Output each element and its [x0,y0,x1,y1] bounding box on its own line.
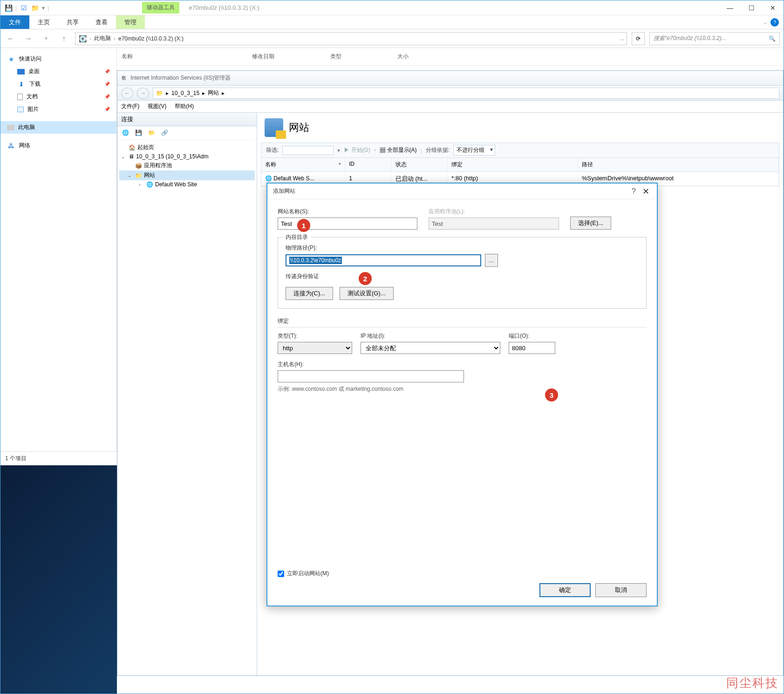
folder-icon[interactable]: 📁 [146,128,157,137]
col-path[interactable]: 路径 [578,158,779,172]
help-icon[interactable]: ? [770,18,779,27]
col-id[interactable]: ID [345,158,392,172]
nav-recent-icon[interactable]: ▼ [40,32,53,45]
start-button[interactable]: ▶ 开始(G) [344,146,370,154]
port-label: 端口(O): [509,332,555,340]
globe-icon[interactable]: 🌐 [120,128,130,137]
iis-path-server[interactable]: 10_0_3_15 [171,90,199,96]
nav-forward-button[interactable]: → [22,32,35,45]
breadcrumb-current[interactable]: e70mbu0z (\\10.0.3.2) (X:) [118,35,184,42]
network-icon: 🖧 [7,142,15,150]
filter-dropdown-icon[interactable]: ▾ [337,147,340,154]
ok-button[interactable]: 确定 [539,583,591,597]
nav-back-button[interactable]: ← [4,32,17,45]
save-icon[interactable]: 💾 [133,128,143,137]
explorer-window: 💾 | ☑ 📁 ▾ | 驱动器工具 e70mbu0z (\\10.0.3.2) … [0,0,784,694]
select-pool-button[interactable]: 选择(E)... [570,217,611,230]
filter-label: 筛选: [266,146,279,154]
col-status[interactable]: 状态 [392,158,448,172]
type-select[interactable]: http [278,342,352,354]
sidebar-item-label: 图片 [27,105,39,113]
refresh-button[interactable]: ⟳ [632,32,645,45]
tab-share[interactable]: 共享 [58,15,87,29]
tab-view[interactable]: 查看 [87,15,116,29]
maximize-button[interactable]: ☐ [741,1,762,15]
port-input[interactable] [509,342,555,354]
address-bar: ← → ▼ ↑ 💽 › 此电脑 › e70mbu0z (\\10.0.3.2) … [0,29,784,48]
folder-icon: 📁 [156,90,163,96]
nav-up-button[interactable]: ↑ [57,32,70,45]
tree-sites[interactable]: ⌄ 📁 网站 [119,170,255,180]
ribbon-expand-icon[interactable]: ⌵ [764,19,767,26]
qat-dropdown-icon[interactable]: ▾ [42,5,45,11]
address-field[interactable]: 💽 › 此电脑 › e70mbu0z (\\10.0.3.2) (X:) ⌵ [75,32,627,45]
tree-default-site[interactable]: › 🌐 Default Web Site [119,180,255,189]
sidebar-network[interactable]: 🖧 网络 [0,139,116,152]
cancel-button[interactable]: 取消 [595,583,647,597]
desktop-background [0,465,117,694]
tree-label: 应用程序池 [144,162,172,170]
dialog-titlebar: 添加网站 ? ✕ [267,184,657,199]
tree-label: Default Web Site [155,181,197,188]
sidebar-item-downloads[interactable]: ⬇ 下载 📌 [0,78,116,90]
sidebar-label: 快速访问 [19,55,41,63]
dialog-close-button[interactable]: ✕ [641,186,651,197]
sidebar-item-pictures[interactable]: 图片 📌 [0,103,116,116]
col-binding[interactable]: 绑定 [448,158,578,172]
sidebar-item-documents[interactable]: 文档 📌 [0,90,116,103]
pin-icon: 📌 [104,69,110,74]
connect-as-button[interactable]: 连接为(C)... [286,287,333,300]
filter-bar: 筛选: ▾ ▶ 开始(G) • ▦ 全部显示(A) | 分组依据: 不进行分组 [261,143,779,158]
col-date[interactable]: 修改日期 [252,53,330,61]
refresh-icon[interactable]: 🔗 [159,128,170,137]
folder-icon[interactable]: 📁 [31,4,39,12]
tab-manage[interactable]: 管理 [116,15,145,29]
col-size[interactable]: 大小 [397,53,464,61]
iis-main-header: 网站 [257,113,783,143]
tree-app-pools[interactable]: 📦 应用程序池 [119,161,255,170]
start-immediately-checkbox[interactable]: 立即启动网站(M) [278,570,329,578]
tab-file[interactable]: 文件 [0,15,29,29]
show-all-button[interactable]: ▦ 全部显示(A) [380,146,416,154]
menu-file[interactable]: 文件(F) [121,102,139,110]
annotation-badge-2: 2 [359,272,372,285]
group-by-select[interactable]: 不进行分组 [453,145,495,156]
iis-path-node[interactable]: 网站 [208,89,219,97]
tab-home[interactable]: 主页 [29,15,58,29]
iis-forward-button[interactable]: → [137,88,149,99]
ip-select[interactable]: 全部未分配 [361,342,500,354]
dialog-body: 网站名称(S): 应用程序池(L): 选择(E)... [267,199,657,401]
browse-button[interactable]: … [485,254,498,267]
minimize-button[interactable]: — [719,1,741,15]
hostname-input[interactable] [278,370,464,382]
iis-back-button[interactable]: ← [121,88,133,99]
collapse-icon[interactable]: ⌄ [128,173,133,178]
connections-toolbar: 🌐 💾 📁 🔗 [117,126,257,140]
table-header: 名称 ID 状态 绑定 路径 [261,158,779,172]
filter-input[interactable] [282,146,334,155]
col-type[interactable]: 类型 [330,53,397,61]
checkbox-label: 立即启动网站(M) [287,570,329,578]
search-input[interactable]: 搜索"e70mbu0z (\\10.0.3.2)... 🔍 [649,32,780,45]
col-name[interactable]: 名称 [122,53,252,61]
checkbox-input[interactable] [278,571,284,577]
column-headers: 名称 修改日期 类型 大小 [117,48,784,66]
sidebar-item-desktop[interactable]: 桌面 📌 [0,65,116,78]
address-dropdown-icon[interactable]: ⌵ [620,35,624,42]
close-button[interactable]: ✕ [762,1,784,15]
physical-path-input[interactable]: \\10.0.3.2\e70mbu0z [286,254,481,266]
dialog-help-button[interactable]: ? [627,187,641,196]
breadcrumb-root[interactable]: 此电脑 [94,34,111,42]
tree-server[interactable]: ⌄ 🖥 10_0_3_15 (10_0_3_15\Adm [119,152,255,161]
menu-view[interactable]: 视图(V) [148,102,166,110]
checkmark-icon[interactable]: ☑ [20,4,28,12]
col-name[interactable]: 名称 [261,158,345,172]
test-settings-button[interactable]: 测试设置(G)... [340,287,394,300]
sidebar-this-pc[interactable]: 此电脑 [0,121,116,134]
tree-start-page[interactable]: 🏠 起始页 [119,143,255,152]
menu-help[interactable]: 帮助(H) [175,102,194,110]
collapse-icon[interactable]: ⌄ [121,154,127,159]
iis-breadcrumb[interactable]: 📁 ▸ 10_0_3_15 ▸ 网站 ▸ [153,88,779,99]
sidebar-quick-access[interactable]: ★ 快速访问 [0,53,116,65]
expand-icon[interactable]: › [139,182,144,187]
